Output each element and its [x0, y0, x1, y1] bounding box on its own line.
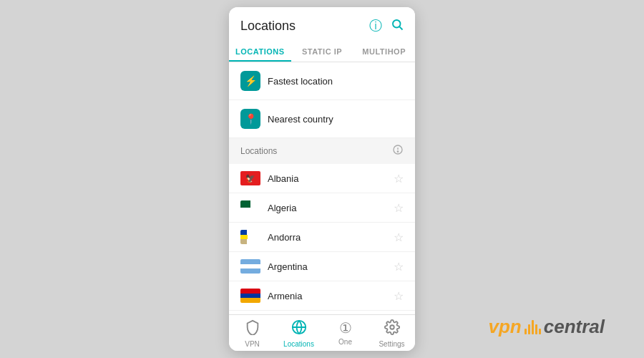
logo-bar-5 — [539, 329, 541, 334]
tab-bar: LOCATIONS STATIC IP MULTIHOP — [229, 40, 415, 62]
nav-one-label: One — [338, 338, 352, 346]
header: Locations ⓘ — [229, 7, 415, 34]
nav-one[interactable]: ① One — [322, 319, 369, 348]
fastest-location-item[interactable]: ⚡ Fastest location — [229, 62, 415, 100]
one-nav-icon: ① — [339, 319, 352, 337]
bottom-navigation: VPN Locations ① One Settings — [229, 314, 415, 351]
country-item-albania[interactable]: 🦅 Albania ☆ — [229, 164, 415, 193]
info-icon[interactable]: ⓘ — [369, 17, 382, 34]
country-name-argentina: Argentina — [268, 261, 386, 272]
app-window: Locations ⓘ LOCATIONS STATIC IP MULTIHOP… — [229, 7, 415, 351]
logo-bar-1 — [525, 329, 527, 334]
country-item-andorra[interactable]: Andorra ☆ — [229, 223, 415, 252]
nav-settings[interactable]: Settings — [369, 319, 415, 348]
locations-section-header: Locations — [229, 138, 415, 164]
nearest-country-item[interactable]: 📍 Nearest country — [229, 100, 415, 138]
vpncentral-logo: vpn central — [489, 316, 605, 338]
nearest-country-icon: 📍 — [240, 109, 260, 129]
country-item-argentina[interactable]: Argentina ☆ — [229, 252, 415, 281]
settings-nav-icon — [384, 319, 400, 339]
nav-locations[interactable]: Locations — [275, 319, 322, 348]
favorite-algeria[interactable]: ☆ — [394, 201, 404, 215]
country-name-armenia: Armenia — [268, 291, 386, 301]
logo-vpn-text: vpn — [489, 316, 522, 338]
flag-andorra — [240, 230, 260, 244]
page-title: Locations — [240, 19, 296, 34]
tab-locations[interactable]: LOCATIONS — [229, 40, 291, 62]
fastest-location-icon: ⚡ — [240, 71, 260, 91]
favorite-albania[interactable]: ☆ — [394, 172, 404, 185]
svg-line-1 — [399, 26, 402, 29]
flag-algeria — [240, 200, 260, 215]
country-name-algeria: Algeria — [268, 203, 386, 213]
header-icons: ⓘ — [369, 17, 404, 34]
vpn-nav-icon — [245, 319, 260, 339]
fastest-location-label: Fastest location — [268, 76, 333, 87]
country-item-armenia[interactable]: Armenia ☆ — [229, 281, 415, 311]
section-title: Locations — [240, 146, 277, 156]
logo-bar-3 — [532, 320, 534, 334]
logo-bar-4 — [535, 324, 537, 334]
nav-vpn-label: VPN — [245, 340, 260, 348]
favorite-andorra[interactable]: ☆ — [394, 231, 404, 244]
nearest-country-label: Nearest country — [268, 114, 333, 125]
locations-nav-icon — [291, 319, 307, 339]
logo-bar-2 — [528, 324, 530, 334]
country-name-andorra: Andorra — [268, 232, 386, 243]
favorite-armenia[interactable]: ☆ — [394, 289, 404, 303]
search-icon[interactable] — [391, 18, 404, 34]
tab-static-ip[interactable]: STATIC IP — [291, 40, 353, 62]
content-area: ⚡ Fastest location 📍 Nearest country Loc… — [229, 62, 415, 314]
flag-armenia — [240, 289, 260, 303]
flag-albania: 🦅 — [240, 171, 260, 185]
nav-vpn[interactable]: VPN — [229, 319, 275, 348]
logo-bars — [525, 320, 541, 334]
nav-locations-label: Locations — [283, 340, 314, 348]
svg-point-0 — [393, 20, 401, 28]
country-name-albania: Albania — [268, 173, 386, 184]
flag-argentina — [240, 259, 260, 274]
sort-icon[interactable] — [392, 144, 404, 158]
svg-point-6 — [390, 325, 394, 329]
favorite-argentina[interactable]: ☆ — [394, 260, 404, 274]
country-item-algeria[interactable]: Algeria ☆ — [229, 193, 415, 223]
logo-central-text: central — [544, 316, 605, 338]
tab-multihop[interactable]: MULTIHOP — [353, 40, 415, 62]
svg-point-4 — [397, 151, 398, 152]
nav-settings-label: Settings — [379, 340, 404, 348]
